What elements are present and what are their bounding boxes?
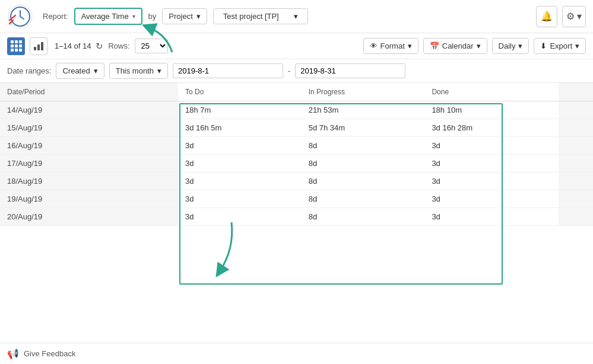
rows-label: Rows:: [108, 41, 129, 50]
bell-icon: 🔔: [541, 11, 553, 22]
chart-view-button[interactable]: [30, 37, 47, 55]
project-chevron-icon: ▾: [294, 12, 298, 21]
col-header-date: Date/Period: [0, 83, 178, 101]
calendar-label: Calendar: [442, 41, 474, 50]
footer: 📢 Give Feedback: [0, 343, 593, 364]
cell-done: 3d 16h 28m: [424, 119, 558, 137]
project-type-label: Project: [169, 12, 192, 21]
cell-date: 17/Aug/19: [0, 155, 178, 173]
this-month-chevron-icon: ▾: [157, 66, 161, 75]
export-button[interactable]: ⬇ Export ▾: [534, 38, 586, 54]
table-container: Date/Period To Do In Progress Done 14/Au…: [0, 83, 593, 343]
cell-inprogress: 8d: [302, 173, 425, 190]
report-chevron-icon: ▾: [132, 13, 135, 20]
table-row: 16/Aug/19 3d 8d 3d: [0, 137, 593, 155]
format-chevron-icon: ▾: [408, 41, 412, 50]
created-label: Created: [62, 66, 90, 75]
cell-extra: [559, 208, 593, 226]
notification-button[interactable]: 🔔: [536, 6, 557, 27]
table-row: 19/Aug/19 3d 8d 3d: [0, 190, 593, 208]
logo: [7, 4, 33, 30]
date-separator: -: [288, 66, 290, 75]
cell-inprogress: 8d: [302, 155, 425, 173]
cell-date: 18/Aug/19: [0, 173, 178, 190]
created-chevron-icon: ▾: [94, 66, 98, 75]
table-row: 17/Aug/19 3d 8d 3d: [0, 155, 593, 173]
table-row: 18/Aug/19 3d 8d 3d: [0, 173, 593, 190]
this-month-dropdown[interactable]: This month ▾: [109, 63, 168, 79]
table-row: 14/Aug/19 18h 7m 21h 53m 18h 10m: [0, 101, 593, 119]
cell-inprogress: 5d 7h 34m: [302, 119, 425, 137]
cell-done: 3d: [424, 173, 558, 190]
project-type-dropdown[interactable]: Project ▾: [162, 8, 207, 24]
cell-done: 3d: [424, 190, 558, 208]
by-label: by: [148, 12, 157, 21]
cell-extra: [559, 173, 593, 190]
project-dropdown[interactable]: Test project [TP] ▾: [213, 8, 308, 24]
header: Report: Average Time ▾ by Project ▾ Test…: [0, 0, 593, 33]
end-date-input[interactable]: [295, 63, 405, 78]
cell-date: 19/Aug/19: [0, 190, 178, 208]
daily-button[interactable]: Daily ▾: [492, 38, 529, 54]
table-header-row: Date/Period To Do In Progress Done: [0, 83, 593, 101]
cell-done: 3d: [424, 155, 558, 173]
start-date-input[interactable]: [173, 63, 283, 78]
download-icon: ⬇: [540, 41, 547, 50]
cell-done: 3d: [424, 137, 558, 155]
cell-date: 20/Aug/19: [0, 208, 178, 226]
date-ranges-label: Date ranges:: [7, 66, 51, 75]
give-feedback-label[interactable]: Give Feedback: [24, 349, 75, 358]
format-button[interactable]: 👁 Format ▾: [363, 38, 418, 54]
cell-todo: 3d: [178, 173, 302, 190]
toolbar-right: 👁 Format ▾ 📅 Calendar ▾ Daily ▾ ⬇ Export…: [363, 38, 586, 54]
cell-inprogress: 8d: [302, 190, 425, 208]
cell-inprogress: 8d: [302, 208, 425, 226]
daily-chevron-icon: ▾: [518, 41, 522, 50]
export-label: Export: [550, 41, 572, 50]
project-value: Test project [TP]: [223, 12, 279, 21]
cell-todo: 18h 7m: [178, 101, 302, 119]
eye-icon: 👁: [370, 41, 378, 50]
format-label: Format: [380, 41, 405, 50]
export-chevron-icon: ▾: [575, 41, 579, 50]
cell-done: 18h 10m: [424, 101, 558, 119]
cell-extra: [559, 190, 593, 208]
table-row: 20/Aug/19 3d 8d 3d: [0, 208, 593, 226]
cell-todo: 3d: [178, 208, 302, 226]
cell-todo: 3d: [178, 190, 302, 208]
calendar-chevron-icon: ▾: [477, 41, 481, 50]
project-type-chevron-icon: ▾: [196, 12, 201, 21]
cell-inprogress: 8d: [302, 137, 425, 155]
col-header-extra: [559, 83, 593, 101]
created-dropdown[interactable]: Created ▾: [56, 63, 104, 79]
report-label: Report:: [43, 12, 68, 21]
settings-button[interactable]: ⚙ ▾: [562, 6, 586, 27]
cell-todo: 3d 16h 5m: [178, 119, 302, 137]
calendar-icon: 📅: [430, 41, 439, 50]
this-month-label: This month: [116, 66, 154, 75]
refresh-icon[interactable]: ↻: [96, 41, 103, 52]
grid-icon: [11, 40, 22, 52]
date-range-bar: Date ranges: Created ▾ This month ▾ -: [0, 59, 593, 83]
cell-extra: [559, 119, 593, 137]
report-value: Average Time: [81, 12, 129, 21]
cell-date: 16/Aug/19: [0, 137, 178, 155]
cell-date: 14/Aug/19: [0, 101, 178, 119]
cell-todo: 3d: [178, 137, 302, 155]
cell-extra: [559, 101, 593, 119]
cell-date: 15/Aug/19: [0, 119, 178, 137]
cell-done: 3d: [424, 208, 558, 226]
col-header-done: Done: [424, 83, 558, 101]
data-table: Date/Period To Do In Progress Done 14/Au…: [0, 83, 593, 226]
cell-extra: [559, 155, 593, 173]
report-dropdown[interactable]: Average Time ▾: [74, 8, 142, 25]
grid-view-button[interactable]: [7, 37, 25, 55]
calendar-button[interactable]: 📅 Calendar ▾: [423, 38, 487, 54]
cell-extra: [559, 137, 593, 155]
toolbar: 1–14 of 14 ↻ Rows: 25 50 100 👁 Format ▾ …: [0, 33, 593, 59]
gear-icon: ⚙: [566, 11, 575, 22]
header-right: 🔔 ⚙ ▾: [536, 6, 586, 27]
megaphone-icon: 📢: [7, 348, 19, 359]
cell-todo: 3d: [178, 155, 302, 173]
rows-select[interactable]: 25 50 100: [135, 39, 168, 53]
